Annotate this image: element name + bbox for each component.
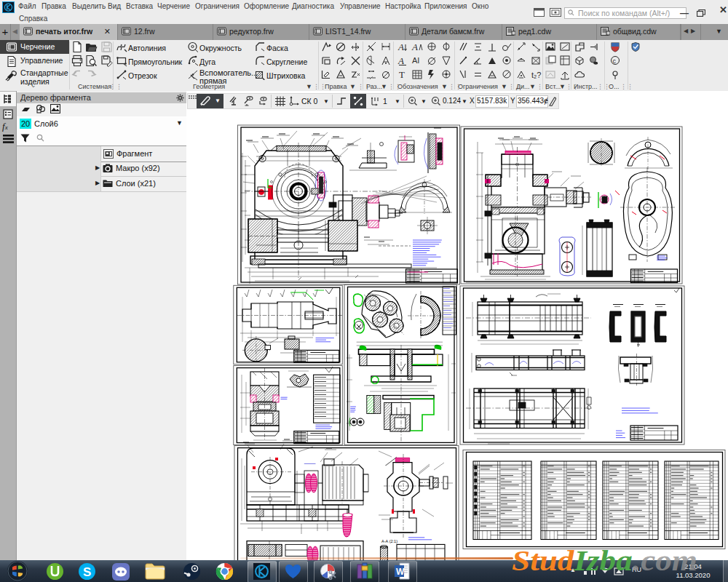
svg-text:S: S: [83, 565, 91, 579]
svg-text:A: A: [397, 55, 404, 66]
svg-text:AI: AI: [412, 56, 419, 65]
svg-text:A: A: [397, 41, 404, 52]
svg-text:A: A: [411, 41, 418, 52]
svg-text:c: c: [613, 57, 617, 65]
svg-text:T: T: [399, 69, 405, 80]
svg-text:А-А (2:1): А-А (2:1): [381, 539, 397, 543]
svg-text:W: W: [396, 567, 405, 577]
svg-text:t₂?: t₂?: [531, 71, 541, 79]
